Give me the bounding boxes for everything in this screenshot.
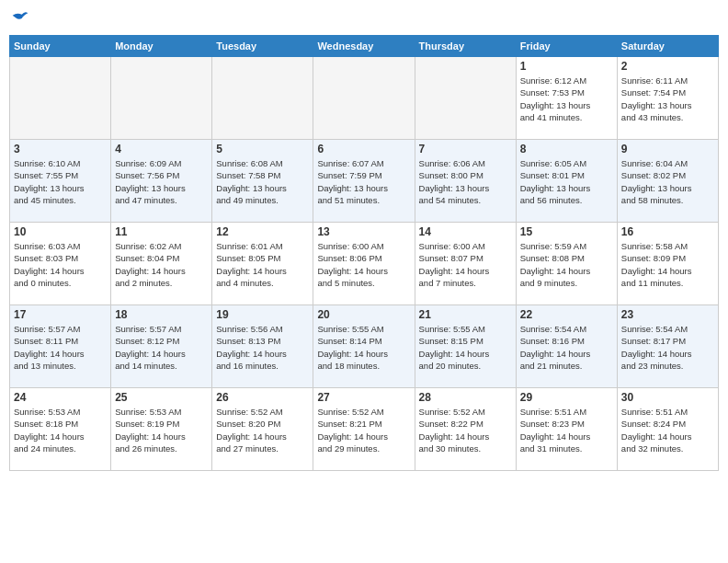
- calendar-cell: 25Sunrise: 5:53 AMSunset: 8:19 PMDayligh…: [111, 388, 212, 471]
- day-number: 19: [216, 308, 309, 321]
- day-info: Sunrise: 6:11 AMSunset: 7:54 PMDaylight:…: [621, 75, 714, 123]
- day-info: Sunrise: 5:58 AMSunset: 8:09 PMDaylight:…: [621, 240, 714, 289]
- day-info: Sunrise: 6:01 AMSunset: 8:05 PMDaylight:…: [216, 240, 309, 289]
- day-info: Sunrise: 6:00 AMSunset: 8:06 PMDaylight:…: [317, 240, 410, 289]
- day-number: 15: [520, 225, 613, 238]
- calendar-cell: 17Sunrise: 5:57 AMSunset: 8:11 PMDayligh…: [10, 305, 111, 388]
- day-number: 30: [621, 391, 714, 404]
- day-number: 2: [621, 60, 714, 73]
- day-info: Sunrise: 5:57 AMSunset: 8:12 PMDaylight:…: [115, 323, 208, 372]
- day-info: Sunrise: 6:04 AMSunset: 8:02 PMDaylight:…: [621, 157, 714, 206]
- calendar-cell: 21Sunrise: 5:55 AMSunset: 8:15 PMDayligh…: [415, 305, 516, 388]
- day-number: 9: [621, 143, 714, 155]
- calendar-cell: [111, 57, 212, 140]
- day-number: 23: [621, 308, 714, 321]
- day-info: Sunrise: 6:10 AMSunset: 7:55 PMDaylight:…: [14, 157, 107, 206]
- day-info: Sunrise: 5:53 AMSunset: 8:19 PMDaylight:…: [115, 406, 208, 454]
- day-info: Sunrise: 5:55 AMSunset: 8:14 PMDaylight:…: [317, 323, 410, 372]
- calendar-cell: 18Sunrise: 5:57 AMSunset: 8:12 PMDayligh…: [111, 305, 212, 388]
- calendar-cell: 13Sunrise: 6:00 AMSunset: 8:06 PMDayligh…: [313, 223, 415, 305]
- calendar-header-sunday: Sunday: [10, 36, 111, 57]
- calendar-cell: [10, 57, 111, 140]
- day-number: 7: [419, 143, 512, 155]
- logo: [9, 9, 29, 28]
- day-number: 25: [115, 391, 208, 404]
- day-info: Sunrise: 6:12 AMSunset: 7:53 PMDaylight:…: [520, 75, 613, 123]
- calendar-cell: 24Sunrise: 5:53 AMSunset: 8:18 PMDayligh…: [10, 388, 111, 471]
- day-number: 10: [14, 225, 107, 238]
- calendar-cell: 28Sunrise: 5:52 AMSunset: 8:22 PMDayligh…: [415, 388, 516, 471]
- calendar-cell: 27Sunrise: 5:52 AMSunset: 8:21 PMDayligh…: [313, 388, 415, 471]
- day-info: Sunrise: 5:54 AMSunset: 8:17 PMDaylight:…: [621, 323, 714, 372]
- day-number: 28: [419, 391, 512, 404]
- calendar-cell: 6Sunrise: 6:07 AMSunset: 7:59 PMDaylight…: [313, 140, 415, 223]
- calendar-header-saturday: Saturday: [617, 36, 718, 57]
- day-info: Sunrise: 5:52 AMSunset: 8:21 PMDaylight:…: [317, 406, 410, 454]
- day-info: Sunrise: 5:54 AMSunset: 8:16 PMDaylight:…: [520, 323, 613, 372]
- calendar-week-row: 1Sunrise: 6:12 AMSunset: 7:53 PMDaylight…: [10, 57, 719, 140]
- day-number: 22: [520, 308, 613, 321]
- calendar-week-row: 24Sunrise: 5:53 AMSunset: 8:18 PMDayligh…: [10, 388, 719, 471]
- day-number: 24: [14, 391, 107, 404]
- calendar-cell: 14Sunrise: 6:00 AMSunset: 8:07 PMDayligh…: [415, 223, 516, 305]
- calendar-cell: 19Sunrise: 5:56 AMSunset: 8:13 PMDayligh…: [212, 305, 313, 388]
- calendar-cell: 15Sunrise: 5:59 AMSunset: 8:08 PMDayligh…: [516, 223, 617, 305]
- calendar-cell: 3Sunrise: 6:10 AMSunset: 7:55 PMDaylight…: [10, 140, 111, 223]
- calendar-cell: 7Sunrise: 6:06 AMSunset: 8:00 PMDaylight…: [415, 140, 516, 223]
- calendar-cell: 2Sunrise: 6:11 AMSunset: 7:54 PMDaylight…: [617, 57, 718, 140]
- calendar-header-thursday: Thursday: [415, 36, 516, 57]
- calendar-cell: 16Sunrise: 5:58 AMSunset: 8:09 PMDayligh…: [617, 223, 718, 305]
- day-number: 29: [520, 391, 613, 404]
- calendar-cell: 5Sunrise: 6:08 AMSunset: 7:58 PMDaylight…: [212, 140, 313, 223]
- calendar-header-monday: Monday: [111, 36, 212, 57]
- calendar-cell: 12Sunrise: 6:01 AMSunset: 8:05 PMDayligh…: [212, 223, 313, 305]
- day-number: 18: [115, 308, 208, 321]
- page-header: [9, 9, 719, 28]
- calendar-cell: 1Sunrise: 6:12 AMSunset: 7:53 PMDaylight…: [516, 57, 617, 140]
- day-info: Sunrise: 6:05 AMSunset: 8:01 PMDaylight:…: [520, 157, 613, 206]
- calendar-week-row: 10Sunrise: 6:03 AMSunset: 8:03 PMDayligh…: [10, 223, 719, 305]
- day-info: Sunrise: 5:59 AMSunset: 8:08 PMDaylight:…: [520, 240, 613, 289]
- calendar-cell: [212, 57, 313, 140]
- day-info: Sunrise: 5:57 AMSunset: 8:11 PMDaylight:…: [14, 323, 107, 372]
- day-number: 12: [216, 225, 309, 238]
- day-number: 16: [621, 225, 714, 238]
- calendar-cell: 26Sunrise: 5:52 AMSunset: 8:20 PMDayligh…: [212, 388, 313, 471]
- calendar-cell: [415, 57, 516, 140]
- day-number: 4: [115, 143, 208, 155]
- calendar-cell: 30Sunrise: 5:51 AMSunset: 8:24 PMDayligh…: [617, 388, 718, 471]
- calendar-cell: 11Sunrise: 6:02 AMSunset: 8:04 PMDayligh…: [111, 223, 212, 305]
- calendar-cell: 10Sunrise: 6:03 AMSunset: 8:03 PMDayligh…: [10, 223, 111, 305]
- day-info: Sunrise: 6:02 AMSunset: 8:04 PMDaylight:…: [115, 240, 208, 289]
- day-info: Sunrise: 6:09 AMSunset: 7:56 PMDaylight:…: [115, 157, 208, 206]
- calendar-cell: 20Sunrise: 5:55 AMSunset: 8:14 PMDayligh…: [313, 305, 415, 388]
- day-info: Sunrise: 5:55 AMSunset: 8:15 PMDaylight:…: [419, 323, 512, 372]
- day-number: 11: [115, 225, 208, 238]
- day-number: 26: [216, 391, 309, 404]
- day-number: 14: [419, 225, 512, 238]
- day-info: Sunrise: 6:07 AMSunset: 7:59 PMDaylight:…: [317, 157, 410, 206]
- calendar-header-row: SundayMondayTuesdayWednesdayThursdayFrid…: [10, 36, 719, 57]
- calendar-header-tuesday: Tuesday: [212, 36, 313, 57]
- day-info: Sunrise: 5:52 AMSunset: 8:20 PMDaylight:…: [216, 406, 309, 454]
- calendar-header-wednesday: Wednesday: [313, 36, 415, 57]
- calendar-cell: 4Sunrise: 6:09 AMSunset: 7:56 PMDaylight…: [111, 140, 212, 223]
- calendar-cell: 23Sunrise: 5:54 AMSunset: 8:17 PMDayligh…: [617, 305, 718, 388]
- calendar-header-friday: Friday: [516, 36, 617, 57]
- day-number: 5: [216, 143, 309, 155]
- day-number: 6: [317, 143, 410, 155]
- day-info: Sunrise: 5:51 AMSunset: 8:23 PMDaylight:…: [520, 406, 613, 454]
- day-info: Sunrise: 6:08 AMSunset: 7:58 PMDaylight:…: [216, 157, 309, 206]
- logo-bird-icon: [11, 9, 29, 28]
- calendar-cell: [313, 57, 415, 140]
- calendar-cell: 22Sunrise: 5:54 AMSunset: 8:16 PMDayligh…: [516, 305, 617, 388]
- calendar-table: SundayMondayTuesdayWednesdayThursdayFrid…: [9, 35, 719, 471]
- day-number: 17: [14, 308, 107, 321]
- calendar-week-row: 3Sunrise: 6:10 AMSunset: 7:55 PMDaylight…: [10, 140, 719, 223]
- day-info: Sunrise: 6:03 AMSunset: 8:03 PMDaylight:…: [14, 240, 107, 289]
- calendar-cell: 9Sunrise: 6:04 AMSunset: 8:02 PMDaylight…: [617, 140, 718, 223]
- day-number: 27: [317, 391, 410, 404]
- day-number: 20: [317, 308, 410, 321]
- day-number: 1: [520, 60, 613, 73]
- day-info: Sunrise: 5:56 AMSunset: 8:13 PMDaylight:…: [216, 323, 309, 372]
